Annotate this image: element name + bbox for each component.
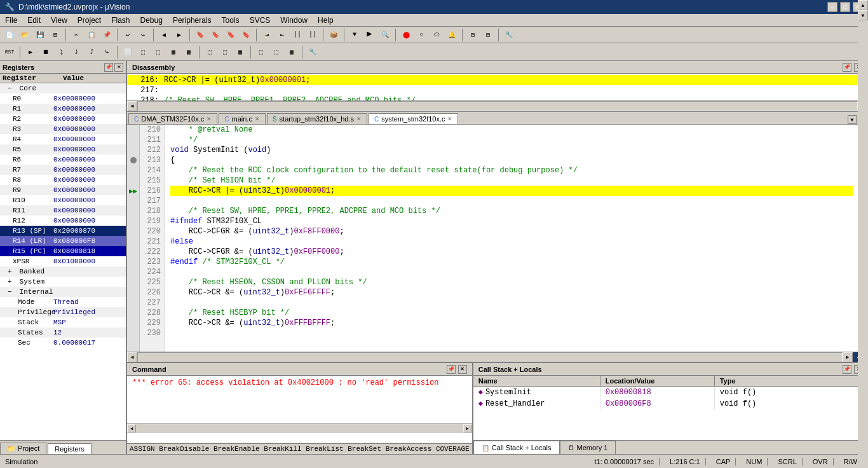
debug2-btn[interactable]: ⬭ xyxy=(430,28,444,42)
list-item[interactable]: xPSR0x01000000 xyxy=(0,256,126,266)
paste-btn[interactable]: 📌 xyxy=(100,28,114,42)
mem-btn[interactable]: ▦ xyxy=(166,45,180,59)
menu-view[interactable]: View xyxy=(46,15,72,26)
reg-r15[interactable]: R15 (PC) 0x08000818 xyxy=(0,246,126,256)
stop-btn[interactable]: ⬤ xyxy=(399,28,413,42)
tab-system[interactable]: C system_stm32f10x.c ✕ xyxy=(369,113,459,124)
disassembly-pin-btn[interactable]: 📌 xyxy=(843,63,851,72)
menu-file[interactable]: File xyxy=(0,15,22,26)
reg-group-system[interactable]: + System xyxy=(0,277,126,287)
menu-help[interactable]: Help xyxy=(313,15,339,26)
reg-group-internal[interactable]: − Internal xyxy=(0,287,126,297)
list-item[interactable]: R100x00000000 xyxy=(0,195,126,205)
reg-r14[interactable]: R14 (LR) 0x080006F8 xyxy=(0,236,126,246)
build-btn[interactable]: 📦 xyxy=(327,28,341,42)
serial-btn[interactable]: ⬚ xyxy=(203,45,217,59)
command-hscroll[interactable]: ◀ ▶ xyxy=(127,423,472,432)
list-item[interactable]: R00x00000000 xyxy=(0,93,126,104)
hscroll-track[interactable] xyxy=(137,101,858,111)
trace-btn[interactable]: ⬚ xyxy=(218,45,232,59)
run-to-btn[interactable]: ⤷ xyxy=(100,45,114,59)
undo-btn[interactable]: ↩ xyxy=(121,28,135,42)
cmd-hscroll-track[interactable] xyxy=(136,424,463,432)
open-btn[interactable]: 📂 xyxy=(18,28,32,42)
menu-flash[interactable]: Flash xyxy=(106,15,135,26)
regs-btn[interactable]: ▦ xyxy=(182,45,196,59)
cut-btn[interactable]: ✂ xyxy=(69,28,83,42)
nav-fwd-btn[interactable]: ▶ xyxy=(172,28,186,42)
list-item[interactable]: R90x00000000 xyxy=(0,185,126,195)
reg-r13[interactable]: R13 (SP) 0x20000870 xyxy=(0,226,126,236)
list-item[interactable]: R120x00000000 xyxy=(0,216,126,226)
logic3-btn[interactable]: ▦ xyxy=(285,45,299,59)
minimize-button[interactable]: − xyxy=(827,2,837,12)
list-item[interactable]: R10x00000000 xyxy=(0,104,126,114)
indent-btn[interactable]: ⇥ xyxy=(260,28,274,42)
list-item[interactable]: R30x00000000 xyxy=(0,124,126,134)
tab-startup-close[interactable]: ✕ xyxy=(356,116,362,122)
code-hscroll-track[interactable] xyxy=(137,352,843,362)
list-item[interactable]: R80x00000000 xyxy=(0,175,126,185)
list-item[interactable]: R60x00000000 xyxy=(0,155,126,165)
menu-tools[interactable]: Tools xyxy=(217,15,245,26)
step-out-btn[interactable]: ⤴ xyxy=(85,45,98,59)
watch-btn[interactable]: ⬚ xyxy=(151,45,165,59)
registers-close-btn[interactable]: ✕ xyxy=(114,63,123,72)
hscroll-left-btn[interactable]: ◀ xyxy=(127,101,137,111)
tab-registers[interactable]: Registers xyxy=(48,443,91,454)
reg-group-core[interactable]: − Core xyxy=(0,83,126,93)
ext-btn[interactable]: 🔧 xyxy=(306,45,320,59)
callstack-row-1[interactable]: ◆Reset_Handler 0x080006F8 void f() xyxy=(473,398,868,410)
list-item[interactable]: States12 xyxy=(0,327,126,338)
menu-edit[interactable]: Edit xyxy=(22,15,46,26)
disassembly-hscroll[interactable]: ◀ ▶ xyxy=(127,100,868,111)
list-item[interactable]: PrivilegePrivileged xyxy=(0,307,126,317)
bookmark3-btn[interactable]: 🔖 xyxy=(224,28,238,42)
tab-memory-1[interactable]: 🗒 Memory 1 xyxy=(560,441,616,454)
tab-project[interactable]: 📁 Project xyxy=(0,443,46,454)
reset-target-btn[interactable]: RST xyxy=(3,45,17,59)
show-next-btn[interactable]: ⬜ xyxy=(121,45,135,59)
uncomment-btn[interactable]: || xyxy=(306,28,320,42)
tab-main[interactable]: C main.c ✕ xyxy=(219,113,266,124)
tab-startup[interactable]: S startup_stm32f10x_hd.s ✕ xyxy=(267,113,367,124)
outdent-btn[interactable]: ⇤ xyxy=(275,28,289,42)
debug-select-btn[interactable]: ▼ xyxy=(348,28,362,42)
registers-pin-btn[interactable]: 📌 xyxy=(104,63,113,72)
save-all-btn[interactable]: ⊞ xyxy=(48,28,62,42)
window2-btn[interactable]: ⊟ xyxy=(481,28,495,42)
code-content[interactable]: * @retval None */ void SystemInit (void)… xyxy=(165,125,858,352)
copy-btn[interactable]: 📋 xyxy=(85,28,98,42)
analysis-btn[interactable]: ▦ xyxy=(233,45,247,59)
command-input[interactable] xyxy=(127,433,472,443)
list-item[interactable]: R70x00000000 xyxy=(0,165,126,175)
maximize-button[interactable]: □ xyxy=(840,2,850,12)
cmd-hscroll-right[interactable]: ▶ xyxy=(463,424,472,432)
comment-btn[interactable]: || xyxy=(290,28,304,42)
menu-debug[interactable]: Debug xyxy=(135,15,168,26)
save-btn[interactable]: 💾 xyxy=(33,28,47,42)
step-btn[interactable]: ⤵ xyxy=(54,45,68,59)
debug-find-btn[interactable]: 🔍 xyxy=(378,28,392,42)
menu-peripherals[interactable]: Peripherals xyxy=(168,15,217,26)
list-item[interactable]: StackMSP xyxy=(0,317,126,327)
menu-svcs[interactable]: SVCS xyxy=(245,15,276,26)
logic-btn[interactable]: ⬚ xyxy=(254,45,268,59)
menu-project[interactable]: Project xyxy=(72,15,106,26)
tab-call-stack-locals[interactable]: 📋 Call Stack + Locals xyxy=(473,441,560,454)
list-item[interactable]: R40x00000000 xyxy=(0,134,126,144)
logic2-btn[interactable]: ⬚ xyxy=(269,45,283,59)
bookmark2-btn[interactable]: 🔖 xyxy=(208,28,222,42)
redo-btn[interactable]: ↪ xyxy=(136,28,150,42)
debug3-btn[interactable]: 🔔 xyxy=(445,28,459,42)
step-over-btn[interactable]: ⤸ xyxy=(69,45,83,59)
tools-btn[interactable]: 🔧 xyxy=(502,28,516,42)
run-btn[interactable]: ▶ xyxy=(24,45,37,59)
reg-group-banked[interactable]: + Banked xyxy=(0,266,126,277)
code-hscroll-left[interactable]: ◀ xyxy=(127,352,137,362)
window-btn[interactable]: ⊟ xyxy=(466,28,480,42)
reset-btn[interactable]: ○ xyxy=(414,28,428,42)
bookmark-btn[interactable]: 🔖 xyxy=(193,28,207,42)
callstack-vscroll[interactable]: ▲ ▼ xyxy=(858,61,868,454)
list-item[interactable]: ModeThread xyxy=(0,297,126,307)
